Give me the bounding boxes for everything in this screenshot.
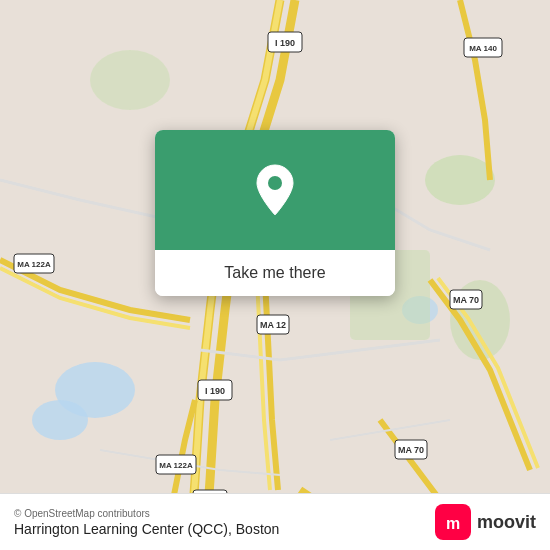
svg-text:I 190: I 190 [275, 38, 295, 48]
copyright-text: © OpenStreetMap contributors [14, 508, 279, 519]
popup-card: Take me there [155, 130, 395, 296]
moovit-logo[interactable]: m moovit [435, 504, 536, 540]
svg-text:m: m [446, 515, 460, 532]
moovit-text: moovit [477, 512, 536, 533]
moovit-icon: m [435, 504, 471, 540]
svg-point-29 [268, 176, 282, 190]
svg-text:MA 70: MA 70 [398, 445, 424, 455]
svg-point-6 [90, 50, 170, 110]
map-container: I 190 I 190 I 190 I 290 MA 12 MA 70 MA 7… [0, 0, 550, 550]
bottom-left-info: © OpenStreetMap contributors Harrington … [14, 508, 279, 537]
svg-text:MA 12: MA 12 [260, 320, 286, 330]
take-me-there-button[interactable]: Take me there [155, 250, 395, 296]
location-title: Harrington Learning Center (QCC), Boston [14, 521, 279, 537]
svg-text:I 190: I 190 [205, 386, 225, 396]
svg-point-4 [425, 155, 495, 205]
svg-text:MA 140: MA 140 [469, 44, 497, 53]
location-pin-icon [253, 163, 297, 217]
svg-text:MA 122A: MA 122A [159, 461, 193, 470]
svg-point-2 [32, 400, 88, 440]
svg-text:MA 70: MA 70 [453, 295, 479, 305]
popup-map-area [155, 130, 395, 250]
svg-text:MA 122A: MA 122A [17, 260, 51, 269]
bottom-bar: © OpenStreetMap contributors Harrington … [0, 493, 550, 550]
